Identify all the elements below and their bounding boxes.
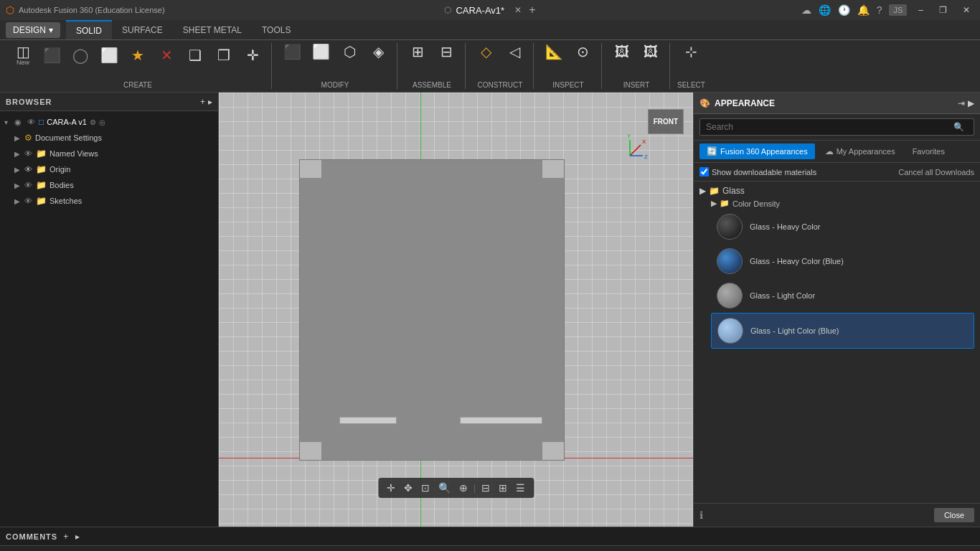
create-move-button[interactable]: ❑ (182, 47, 208, 64)
bodies-eye-icon[interactable]: 👁 (24, 181, 36, 189)
create-extrude-button[interactable]: ⬛ (39, 47, 65, 64)
show-downloadable-text: Show downloadable materials (712, 168, 816, 176)
maximize-button[interactable]: ❐ (935, 4, 951, 17)
create-clone-button[interactable]: ❒ (211, 47, 237, 64)
swatch-glass-light-blue (717, 318, 743, 344)
show-downloadable-checkbox[interactable] (699, 167, 709, 176)
tab-my-appearances[interactable]: ☁ My Appearances (818, 143, 903, 159)
modify-fillet-button[interactable]: ⬜ (308, 43, 334, 60)
root-radio-icon[interactable]: ◎ (99, 118, 105, 126)
display-settings-button[interactable]: ☰ (513, 481, 528, 495)
tab-surface[interactable]: SURFACE (112, 20, 173, 39)
viewport[interactable]: X Y Z FRONT ✛ ✥ ⊡ 🔍 ⊕ | ⊟ ⊞ ☰ (219, 93, 693, 527)
tree-item-bodies[interactable]: ▶ 👁 📁 Bodies (0, 177, 218, 193)
sketches-folder-icon: 📁 (36, 196, 47, 206)
fusion-tab-label: Fusion 360 Appearances (720, 147, 808, 156)
root-expand-icon[interactable]: ▾ (4, 118, 14, 126)
zoom-fit-button[interactable]: ⊕ (456, 481, 471, 495)
grid-button[interactable]: ⊞ (496, 481, 510, 495)
appearance-item-3[interactable]: Glass - Light Color (Blue) (711, 313, 974, 349)
orbit-button[interactable]: ✛ (384, 481, 398, 495)
inspect-interference-button[interactable]: ⊙ (570, 43, 595, 60)
create-delete-button[interactable]: ✕ (154, 47, 179, 64)
origin-eye-icon[interactable]: 👁 (24, 165, 36, 174)
view-cube-button[interactable]: ⊟ (479, 481, 493, 495)
inspect-measure-button[interactable]: 📐 (541, 43, 567, 60)
tree-item-named-views[interactable]: ▶ 👁 📁 Named Views (0, 146, 218, 161)
root-settings-icon[interactable]: ⚙ (90, 118, 96, 126)
doc-settings-icon: ⚙ (24, 133, 32, 143)
fit-button[interactable]: ⊡ (418, 481, 433, 495)
tab-favorites[interactable]: Favorites (905, 144, 952, 159)
appearance-item-1[interactable]: Glass - Heavy Color (Blue) (711, 244, 974, 278)
close-button[interactable]: ✕ (958, 4, 974, 17)
tree-item-document-settings[interactable]: ▶ ⚙ Document Settings (0, 130, 218, 146)
cancel-downloads-link[interactable]: Cancel all Downloads (898, 168, 974, 176)
browser-collapse-button[interactable]: ▸ (208, 97, 212, 107)
root-label: CARA-A v1 (47, 118, 87, 126)
sketches-eye-icon[interactable]: 👁 (24, 197, 36, 205)
new-tab-btn[interactable]: + (529, 4, 535, 17)
tab-sheetmetal[interactable]: SHEET METAL (173, 20, 252, 39)
item-name-1: Glass - Heavy Color (Blue) (750, 257, 844, 265)
appearance-footer: ℹ Close (694, 503, 980, 527)
nav-front-label: FRONT (654, 118, 678, 126)
browser-add-button[interactable]: + (200, 97, 205, 107)
nav-cube-front-face[interactable]: FRONT (648, 109, 684, 134)
tab-solid[interactable]: SOLID (66, 20, 112, 39)
tab-close-btn[interactable]: ✕ (514, 5, 522, 15)
slot-right (460, 417, 542, 424)
modify-combine-button[interactable]: ⬡ (336, 43, 362, 60)
titlebar-right: ☁ 🌐 🕐 🔔 ? JS – ❐ ✕ (801, 4, 974, 17)
color-density-header[interactable]: ▶ 📁 Color Density (711, 197, 974, 209)
comments-expand-button[interactable]: ▸ (75, 532, 80, 542)
main-area: BROWSER + ▸ ▾ ◉ 👁 □ CARA-A v1 ⚙ ◎ ▶ ⚙ Do… (0, 93, 980, 527)
bodies-expand-icon[interactable]: ▶ (14, 182, 24, 189)
root-vis-icon[interactable]: ◉ (14, 118, 26, 127)
named-views-eye-icon[interactable]: 👁 (24, 149, 36, 158)
search-input[interactable] (699, 118, 974, 136)
tree-item-origin[interactable]: ▶ 👁 📁 Origin (0, 161, 218, 177)
appearance-item-2[interactable]: Glass - Light Color (711, 278, 974, 313)
comments-add-button[interactable]: + (63, 532, 68, 542)
assemble-joint-button[interactable]: ⊞ (405, 43, 430, 60)
doc-settings-expand-icon[interactable]: ▶ (14, 134, 24, 142)
select-button[interactable]: ⊹ (678, 43, 704, 60)
modify-press-pull-button[interactable]: ⬛ (279, 43, 305, 60)
modify-buttons: ⬛ ⬜ ⬡ ◈ (279, 43, 391, 60)
create-new-body-button[interactable]: ◫New (10, 43, 36, 67)
appearance-item-0[interactable]: Glass - Heavy Color (711, 209, 974, 244)
root-eye-icon[interactable]: 👁 (27, 118, 39, 126)
create-revolve-button[interactable]: ◯ (67, 47, 93, 64)
sketches-expand-icon[interactable]: ▶ (14, 197, 24, 205)
svg-line-0 (630, 145, 641, 156)
create-loft-button[interactable]: ★ (125, 47, 151, 64)
appearance-collapse-button[interactable]: ▶ (968, 98, 974, 108)
insert-svg-button[interactable]: 🖼 (638, 43, 664, 60)
named-views-expand-icon[interactable]: ▶ (14, 150, 24, 158)
create-transform-button[interactable]: ✛ (240, 47, 265, 64)
zoom-button[interactable]: 🔍 (435, 481, 453, 495)
appearance-expand-button[interactable]: ⇥ (958, 98, 965, 108)
tree-root-item[interactable]: ▾ ◉ 👁 □ CARA-A v1 ⚙ ◎ (0, 114, 218, 130)
design-dropdown-button[interactable]: DESIGN ▾ (6, 22, 60, 38)
sub-expand-icon: ▶ (711, 199, 717, 208)
insert-decal-button[interactable]: 🖼 (609, 43, 635, 60)
inspect-buttons: 📐 ⊙ (541, 43, 595, 60)
assemble-align-button[interactable]: ⊟ (433, 43, 459, 60)
create-sweep-button[interactable]: ⬜ (96, 47, 122, 64)
timeline: ⏮ ⏪ ▶ ⏩ ⏭ S E ⚙ (0, 545, 980, 551)
construct-axis-button[interactable]: ◁ (501, 43, 527, 60)
construct-plane-button[interactable]: ◇ (473, 43, 499, 60)
tab-fusion360-appearances[interactable]: 🔄 Fusion 360 Appearances (699, 143, 815, 159)
glass-category-header[interactable]: ▶ 📁 Glass (699, 184, 974, 197)
minimize-button[interactable]: – (914, 4, 928, 17)
close-button[interactable]: Close (934, 508, 974, 522)
browser-title: BROWSER (6, 98, 52, 106)
tab-tools[interactable]: TOOLS (252, 20, 301, 39)
tree-item-sketches[interactable]: ▶ 👁 📁 Sketches (0, 193, 218, 209)
pan-button[interactable]: ✥ (401, 481, 415, 495)
modify-scale-button[interactable]: ◈ (365, 43, 391, 60)
nav-cube-container: X Y Z FRONT (623, 98, 687, 163)
origin-expand-icon[interactable]: ▶ (14, 166, 24, 174)
